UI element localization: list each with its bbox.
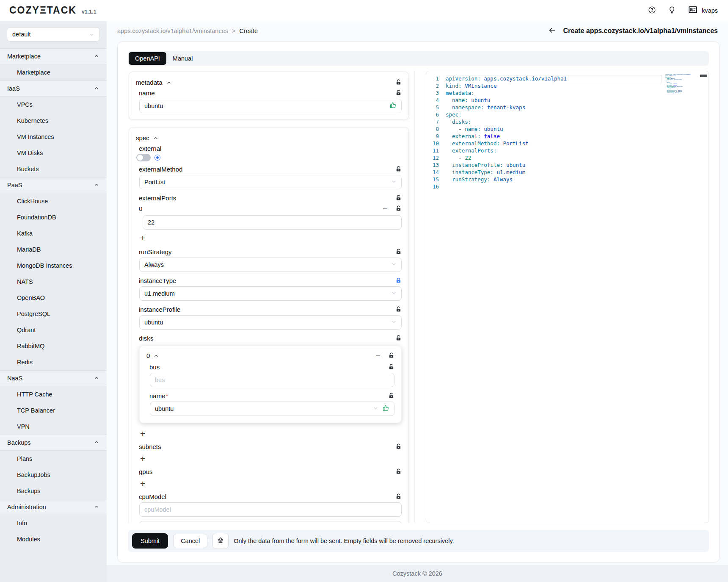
unlock-icon[interactable]: [395, 195, 402, 201]
project-select-value: default: [12, 31, 31, 38]
unlock-icon[interactable]: [395, 90, 402, 96]
disk-name-label-row: name*: [146, 392, 394, 399]
disks-item-header[interactable]: 0 −: [146, 351, 394, 360]
sidebar-item-mongodb-instances[interactable]: MongoDB Instances: [0, 258, 107, 274]
breadcrumb-current: Create: [239, 28, 258, 34]
project-select[interactable]: default: [7, 27, 100, 42]
sidebar-item-http-cache[interactable]: HTTP Cache: [0, 386, 107, 402]
add-item-button[interactable]: +: [139, 454, 146, 463]
externalMethod-select[interactable]: PortList: [139, 175, 402, 189]
sidebar-item-rabbitmq[interactable]: RabbitMQ: [0, 338, 107, 354]
sidebar-item-postgresql[interactable]: PostgreSQL: [0, 306, 107, 322]
select-value: Always: [144, 261, 164, 268]
disk-name-select[interactable]: ubuntu: [150, 402, 394, 416]
unlock-icon[interactable]: [395, 249, 402, 255]
runStrategy-select[interactable]: Always: [139, 258, 402, 272]
sidebar-group-backups[interactable]: Backups: [0, 435, 107, 451]
field-label: subnets: [139, 443, 161, 450]
minimap: apiVersion: apps.cozystack.io/v1alpha1ki…: [665, 74, 701, 94]
chevron-up-icon: [154, 353, 159, 358]
sidebar-item-modules[interactable]: Modules: [0, 531, 107, 547]
sidebar-item-info[interactable]: Info: [0, 515, 107, 531]
back-button[interactable]: [548, 26, 556, 36]
cozystack-logo: COZYΞTACK: [9, 5, 77, 16]
sidebar-item-nats[interactable]: NATS: [0, 274, 107, 290]
sidebar-item-vpn[interactable]: VPN: [0, 418, 107, 435]
sidebar-group-paas[interactable]: PaaS: [0, 177, 107, 193]
unlock-icon[interactable]: [395, 335, 402, 341]
spec-header[interactable]: spec: [136, 134, 402, 141]
field-label: instanceType: [139, 277, 176, 284]
gpus-add-row: +: [139, 479, 402, 488]
lock-icon[interactable]: [395, 277, 402, 284]
sidebar-group-iaas[interactable]: IaaS: [0, 80, 107, 97]
sidebar-item-qdrant[interactable]: Qdrant: [0, 322, 107, 338]
sidebar-item-buckets[interactable]: Buckets: [0, 161, 107, 177]
sidebar-group-naas[interactable]: NaaS: [0, 370, 107, 386]
sidebar-item-foundationdb[interactable]: FoundationDB: [0, 209, 107, 225]
instanceType-select[interactable]: u1.medium: [139, 286, 402, 301]
add-item-button[interactable]: +: [139, 479, 146, 488]
app-version: v1.1.1: [82, 9, 97, 15]
yaml-editor[interactable]: 1apiVersion: apps.cozystack.io/v1alpha12…: [426, 71, 709, 523]
bus-input[interactable]: [155, 377, 389, 383]
disks-label-row: disks: [136, 335, 402, 342]
unlock-icon[interactable]: [395, 443, 402, 450]
unlock-icon[interactable]: [388, 352, 394, 359]
sidebar-item-tcp-balancer[interactable]: TCP Balancer: [0, 402, 107, 418]
sidebar-item-plans[interactable]: Plans: [0, 451, 107, 467]
chevron-up-icon: [94, 375, 99, 382]
sidebar-item-backups[interactable]: Backups: [0, 483, 107, 499]
add-item-button[interactable]: +: [139, 429, 146, 438]
top-actions: kvaps: [648, 5, 718, 16]
tab-openapi[interactable]: OpenAPI: [129, 52, 166, 65]
breadcrumb-path[interactable]: apps.cozystack.io/v1alpha1/vminstances: [117, 28, 228, 34]
sidebar-item-mariadb[interactable]: MariaDB: [0, 241, 107, 258]
external-toggle[interactable]: [136, 154, 151, 161]
metadata-name-input[interactable]: [144, 103, 389, 109]
sidebar-item-vpcs[interactable]: VPCs: [0, 97, 107, 113]
submit-button[interactable]: Submit: [132, 533, 168, 549]
cancel-button[interactable]: Cancel: [173, 534, 207, 548]
sidebar-item-openbao[interactable]: OpenBAO: [0, 290, 107, 306]
externalPorts-0-input[interactable]: [148, 219, 397, 226]
unlock-icon[interactable]: [395, 205, 402, 212]
remove-item-button[interactable]: −: [382, 204, 389, 213]
unlock-icon[interactable]: [395, 79, 402, 86]
sidebar-item-kubernetes[interactable]: Kubernetes: [0, 113, 107, 129]
unlock-icon[interactable]: [395, 468, 402, 475]
help-button[interactable]: [648, 6, 656, 15]
sidebar-item-redis[interactable]: Redis: [0, 354, 107, 370]
radio-selected-icon[interactable]: [154, 155, 160, 161]
sidebar-item-kafka[interactable]: Kafka: [0, 225, 107, 241]
sidebar-item-vm-instances[interactable]: VM Instances: [0, 129, 107, 145]
instanceProfile-select[interactable]: ubuntu: [139, 315, 402, 330]
tab-manual[interactable]: Manual: [166, 52, 199, 65]
unlock-icon[interactable]: [388, 393, 394, 399]
externalPorts-0-input-wrap: [143, 215, 402, 230]
unlock-icon[interactable]: [395, 306, 402, 313]
sidebar-group-administration[interactable]: Administration: [0, 499, 107, 515]
sidebar-item-backupjobs[interactable]: BackupJobs: [0, 467, 107, 483]
unlock-icon[interactable]: [388, 364, 394, 370]
debug-button[interactable]: [212, 533, 229, 549]
add-item-button[interactable]: +: [139, 233, 146, 242]
code-line-11: 11 externalPorts:: [426, 147, 709, 154]
sidebar: default MarketplaceMarketplaceIaaSVPCsKu…: [0, 21, 107, 582]
sidebar-item-marketplace[interactable]: Marketplace: [0, 64, 107, 80]
sidebar-group-marketplace[interactable]: Marketplace: [0, 48, 107, 64]
sidebar-item-clickhouse[interactable]: ClickHouse: [0, 193, 107, 209]
field-label: runStrategy: [139, 248, 172, 255]
metadata-header[interactable]: metadata: [136, 79, 402, 86]
cpuModel-input[interactable]: [144, 506, 397, 513]
user-menu[interactable]: kvaps: [688, 5, 718, 16]
sidebar-item-vm-disks[interactable]: VM Disks: [0, 145, 107, 161]
scrollbar-thumb[interactable]: [700, 75, 707, 77]
bus-label-row: bus: [146, 363, 394, 371]
externalPorts-item-row: 0 −: [139, 204, 402, 213]
theme-toggle-button[interactable]: [668, 6, 676, 15]
code-line-7: 7 disks:: [426, 118, 709, 125]
unlock-icon[interactable]: [395, 493, 402, 500]
remove-item-button[interactable]: −: [375, 351, 381, 360]
unlock-icon[interactable]: [395, 166, 402, 172]
